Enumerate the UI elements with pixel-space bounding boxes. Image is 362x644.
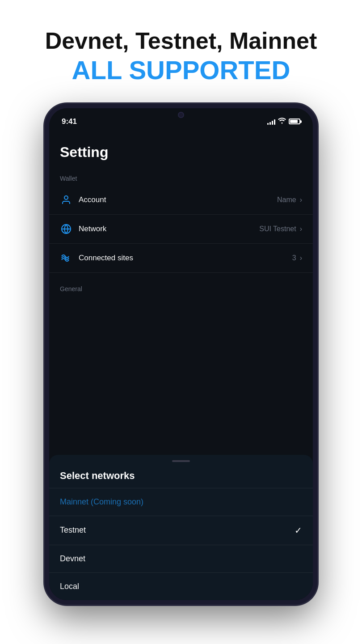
local-option[interactable]: Local	[49, 572, 313, 600]
wallet-section-label: Wallet	[49, 169, 313, 186]
network-select-sheet: Select networks Mainnet (Coming soon) Te…	[49, 455, 313, 600]
signal-bar-3	[272, 121, 273, 125]
hero-section: Devnet, Testnet, Mainnet ALL SUPPORTED	[0, 0, 362, 104]
local-label: Local	[60, 582, 79, 591]
screen-content: Setting Wallet Account Name ›	[49, 131, 313, 600]
testnet-option[interactable]: Testnet ✓	[49, 516, 313, 545]
connected-sites-row[interactable]: Connected sites 3 ›	[49, 244, 313, 273]
status-time: 9:41	[62, 117, 77, 126]
battery-fill	[290, 120, 298, 123]
testnet-check-icon: ✓	[295, 525, 302, 536]
connected-sites-label: Connected sites	[79, 254, 292, 263]
devnet-label: Devnet	[60, 554, 85, 564]
account-value: Name	[277, 196, 296, 204]
mainnet-label: Mainnet (Coming soon)	[60, 497, 143, 507]
phone-device: 9:41 Setting Wallet	[45, 104, 317, 605]
signal-bar-2	[269, 122, 271, 125]
network-chevron: ›	[300, 225, 302, 233]
network-value: SUI Testnet	[259, 225, 296, 233]
signal-bar-1	[267, 123, 269, 125]
page-title: Setting	[49, 140, 313, 169]
sheet-title: Select networks	[49, 462, 313, 488]
devnet-option[interactable]: Devnet	[49, 545, 313, 572]
hero-title-accent: ALL SUPPORTED	[18, 55, 344, 86]
settings-page: Setting Wallet Account Name ›	[49, 131, 313, 455]
signal-bar-4	[274, 119, 275, 125]
testnet-label: Testnet	[60, 525, 86, 535]
phone-camera	[178, 112, 184, 118]
connected-sites-chevron: ›	[300, 254, 302, 262]
account-label: Account	[79, 195, 277, 204]
svg-point-0	[64, 196, 68, 199]
wifi-icon	[278, 118, 286, 125]
battery-icon	[289, 119, 300, 124]
status-icons	[267, 118, 300, 125]
connected-sites-badge: 3	[292, 254, 296, 262]
signal-icon	[267, 119, 275, 125]
hero-title-main: Devnet, Testnet, Mainnet	[18, 27, 344, 55]
account-icon	[60, 194, 72, 206]
connected-icon	[60, 252, 72, 264]
network-label: Network	[79, 225, 259, 233]
network-icon	[60, 223, 72, 235]
account-chevron: ›	[300, 196, 302, 204]
spacer	[49, 273, 313, 280]
mainnet-option[interactable]: Mainnet (Coming soon)	[49, 488, 313, 516]
network-row[interactable]: Network SUI Testnet ›	[49, 215, 313, 244]
general-section-label: General	[49, 280, 313, 296]
account-row[interactable]: Account Name ›	[49, 186, 313, 215]
